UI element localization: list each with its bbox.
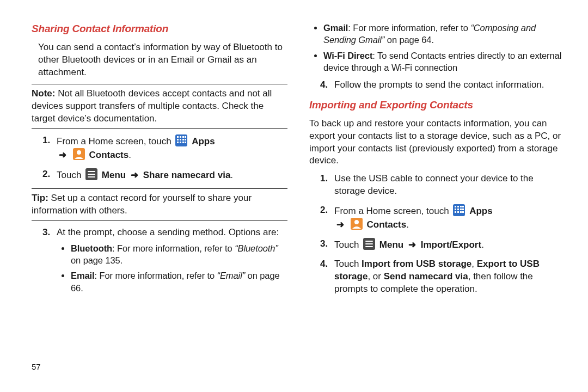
imp-step1-text: Use the USB cable to connect your device…: [334, 173, 534, 196]
step1-lead: From a Home screen, touch: [57, 136, 174, 146]
gmail-label: Gmail: [323, 23, 348, 33]
bluetooth-ref: “Bluetooth”: [235, 243, 278, 253]
step-4: Follow the prompts to send the contact i…: [320, 79, 565, 91]
gmail-tail2: on page 64.: [384, 35, 434, 45]
svg-rect-16: [457, 206, 459, 207]
tip-label: Tip:: [32, 193, 48, 203]
step-2: Touch Menu ➜ Share namecard via.: [42, 168, 287, 182]
share-namecard-label: Share namecard via: [143, 170, 231, 180]
sharing-steps: From a Home screen, touch Apps ➜: [32, 134, 287, 182]
rule-bottom: [32, 128, 287, 129]
svg-rect-7: [177, 142, 179, 143]
imp-step-2: From a Home screen, touch Apps ➜: [320, 204, 565, 231]
page-number: 57: [32, 362, 41, 372]
tip-block: Tip: Set up a contact record for yoursel…: [32, 192, 287, 217]
bt-tail1: : For more information, refer to: [112, 243, 235, 253]
menu-label: Menu: [379, 240, 403, 250]
svg-rect-15: [455, 206, 456, 207]
imp-step3-lead: Touch: [334, 240, 362, 250]
step-3: At the prompt, choose a sending method. …: [42, 226, 287, 294]
svg-rect-13: [185, 142, 186, 143]
step3-text: At the prompt, choose a sending method. …: [57, 227, 279, 237]
bt-tail2: on page 135.: [71, 255, 122, 265]
email-ref: “Email”: [217, 271, 246, 280]
option-bluetooth: Bluetooth: For more information, refer t…: [71, 242, 287, 267]
imp-step-4: Touch Import from USB storage, Export to…: [320, 258, 565, 296]
imp-step4-lead: Touch: [334, 259, 362, 269]
menu-icon: [363, 238, 375, 250]
imp-step2-lead: From a Home screen, touch: [334, 206, 451, 216]
svg-rect-25: [460, 211, 462, 213]
svg-rect-21: [460, 209, 462, 210]
comma1: ,: [471, 259, 476, 269]
imp-step-3: Touch Menu ➜ Import/Export.: [320, 238, 565, 252]
sharing-step4-list: Follow the prompts to send the contact i…: [309, 79, 565, 91]
sharing-intro: You can send a contact’s information by …: [38, 41, 287, 79]
step2-lead: Touch: [57, 170, 84, 180]
import-usb-label: Import from USB storage: [362, 259, 471, 269]
option-wifi-direct: Wi-Fi Direct: To send Contacts entries d…: [323, 50, 565, 74]
svg-rect-12: [185, 139, 186, 140]
apps-icon: [453, 204, 465, 216]
svg-rect-24: [457, 211, 459, 213]
svg-rect-23: [455, 211, 456, 213]
svg-rect-8: [180, 142, 181, 143]
svg-rect-20: [457, 209, 459, 210]
contacts-label: Contacts: [89, 150, 128, 160]
svg-rect-26: [462, 211, 464, 213]
arrow-icon: ➜: [336, 219, 344, 230]
note-block: Note: Not all Bluetooth devices accept c…: [32, 88, 287, 125]
svg-rect-4: [177, 139, 179, 140]
menu-icon: [85, 168, 97, 180]
apps-label: Apps: [192, 136, 215, 146]
gmail-tail1: : For more information, refer to: [348, 23, 470, 33]
contacts-icon: [73, 148, 85, 160]
svg-rect-18: [462, 206, 464, 207]
send-options-cont: Gmail: For more information, refer to “C…: [309, 22, 565, 74]
svg-point-14: [77, 150, 81, 155]
option-email: Email: For more information, refer to “E…: [71, 270, 287, 294]
rule-tip-top: [32, 188, 287, 189]
contacts-label: Contacts: [366, 219, 406, 230]
step4-text: Follow the prompts to send the contact i…: [334, 79, 544, 90]
send-namecard-label: Send namecard via: [384, 271, 468, 281]
svg-rect-2: [182, 136, 184, 138]
note-label: Note:: [32, 88, 55, 99]
section-heading-import-export: Importing and Exporting Contacts: [309, 98, 565, 112]
bluetooth-label: Bluetooth: [71, 243, 112, 253]
svg-rect-1: [180, 136, 181, 138]
svg-rect-0: [177, 136, 179, 138]
tip-body: Set up a contact record for yourself to …: [32, 193, 252, 216]
import-export-label: Import/Export: [421, 240, 481, 250]
svg-rect-22: [462, 209, 464, 210]
import-export-intro: To back up and restore your contacts inf…: [309, 118, 565, 168]
contacts-icon: [351, 218, 363, 230]
imp-step-1: Use the USB cable to connect your device…: [320, 173, 565, 198]
section-heading-sharing: Sharing Contact Information: [32, 22, 287, 36]
svg-rect-19: [455, 209, 456, 210]
svg-rect-5: [180, 139, 181, 140]
menu-label: Menu: [102, 170, 126, 180]
note-body: Not all Bluetooth devices accept contact…: [32, 88, 272, 124]
rule-top: [32, 84, 287, 84]
import-export-steps: Use the USB cable to connect your device…: [309, 173, 565, 296]
wifi-direct-label: Wi-Fi Direct: [323, 51, 372, 60]
or-text: , or: [367, 271, 383, 281]
apps-label: Apps: [469, 206, 493, 216]
step-1: From a Home screen, touch Apps ➜: [42, 134, 287, 162]
manual-page: Sharing Contact Information You can send…: [0, 0, 588, 392]
option-gmail: Gmail: For more information, refer to “C…: [323, 22, 565, 46]
right-column: Gmail: For more information, refer to “C…: [309, 22, 565, 392]
svg-rect-9: [182, 142, 184, 143]
send-options: Bluetooth: For more information, refer t…: [57, 242, 287, 294]
email-tail1: : For more information, refer to: [95, 271, 217, 280]
rule-tip-bottom: [32, 220, 287, 221]
arrow-icon: ➜: [408, 240, 416, 250]
svg-rect-17: [460, 206, 462, 207]
email-label: Email: [71, 271, 95, 280]
svg-point-27: [354, 220, 359, 224]
svg-rect-11: [185, 136, 186, 138]
arrow-icon: ➜: [131, 170, 138, 180]
apps-icon: [175, 134, 187, 146]
sharing-steps-cont: At the prompt, choose a sending method. …: [32, 226, 287, 294]
